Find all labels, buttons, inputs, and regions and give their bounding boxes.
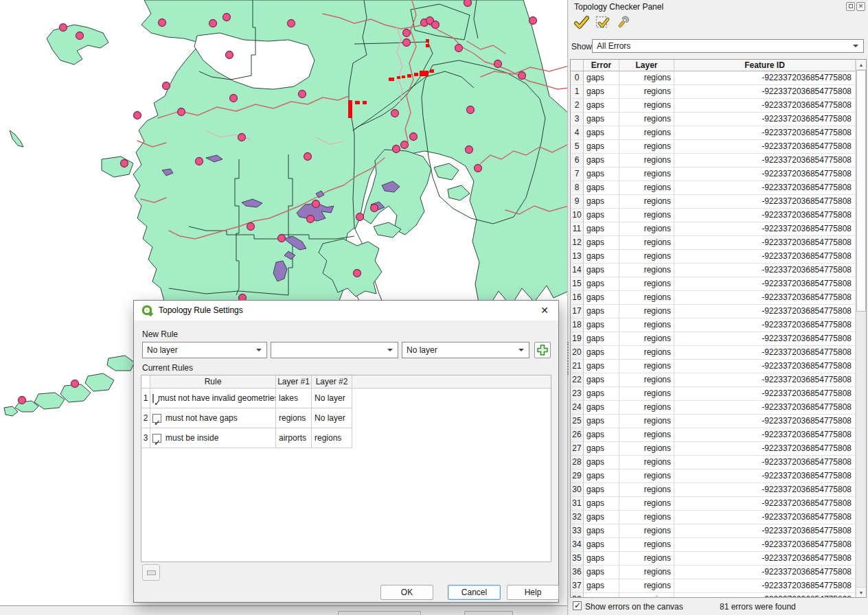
table-row[interactable]: 20 gaps regions -9223372036854775808 — [571, 346, 866, 360]
table-row[interactable]: 2 gaps regions -9223372036854775808 — [571, 99, 866, 113]
row-index[interactable]: 9 — [571, 195, 584, 209]
scroll-down-icon[interactable]: ▼ — [856, 587, 866, 597]
configure-icon[interactable] — [614, 14, 632, 32]
table-row[interactable]: 27 gaps regions -9223372036854775808 — [571, 442, 866, 456]
table-row[interactable]: 5 gaps regions -9223372036854775808 — [571, 140, 866, 154]
table-row[interactable]: 18 gaps regions -9223372036854775808 — [571, 318, 866, 332]
table-row[interactable]: 6 gaps regions -9223372036854775808 — [571, 154, 866, 167]
validate-extent-icon[interactable] — [593, 14, 611, 32]
row-index[interactable]: 16 — [571, 291, 584, 305]
rule-row[interactable]: 1 ✓ must not have invalid geometries lak… — [141, 388, 551, 408]
row-index[interactable]: 10 — [571, 209, 584, 222]
table-row[interactable]: 4 gaps regions -9223372036854775808 — [571, 126, 866, 140]
rule-enabled-checkbox[interactable]: ✓ — [152, 434, 161, 443]
row-index[interactable]: 37 — [571, 579, 584, 593]
dialog-close-icon[interactable]: ✕ — [540, 305, 549, 316]
rule-type-select[interactable] — [271, 342, 398, 358]
table-row[interactable]: 38 gaps regions -9223372036854775808 — [571, 593, 866, 598]
table-row[interactable]: 12 gaps regions -9223372036854775808 — [571, 236, 866, 250]
table-row[interactable]: 19 gaps regions -9223372036854775808 — [571, 332, 866, 346]
header-error[interactable]: Error — [584, 60, 619, 71]
row-index[interactable]: 23 — [571, 387, 584, 401]
add-rule-button[interactable] — [534, 342, 551, 358]
table-row[interactable]: 3 gaps regions -9223372036854775808 — [571, 113, 866, 126]
row-index[interactable]: 17 — [571, 305, 584, 318]
rule-row[interactable]: 2 ✓ must not have gaps regions No layer — [141, 408, 551, 428]
table-row[interactable]: 34 gaps regions -9223372036854775808 — [571, 538, 866, 552]
scroll-up-icon[interactable]: ▲ — [856, 60, 866, 70]
errors-table-scrollbar[interactable]: ▲ ▼ — [856, 60, 866, 597]
table-row[interactable]: 30 gaps regions -9223372036854775808 — [571, 483, 866, 497]
row-index[interactable]: 18 — [571, 318, 584, 332]
ok-button[interactable]: OK — [380, 585, 433, 600]
cancel-button[interactable]: Cancel — [448, 585, 501, 600]
row-index[interactable]: 34 — [571, 538, 584, 552]
row-index[interactable]: 38 — [571, 593, 584, 598]
table-row[interactable]: 16 gaps regions -9223372036854775808 — [571, 291, 866, 305]
table-row[interactable]: 29 gaps regions -9223372036854775808 — [571, 469, 866, 483]
row-index[interactable]: 5 — [571, 140, 584, 154]
header-layer2[interactable]: Layer #2 — [312, 375, 352, 388]
table-row[interactable]: 22 gaps regions -9223372036854775808 — [571, 373, 866, 387]
row-index[interactable]: 25 — [571, 415, 584, 428]
table-row[interactable]: 28 gaps regions -9223372036854775808 — [571, 456, 866, 469]
row-index[interactable]: 22 — [571, 373, 584, 387]
row-index[interactable]: 3 — [571, 113, 584, 126]
row-index[interactable]: 24 — [571, 401, 584, 415]
table-row[interactable]: 10 gaps regions -9223372036854775808 — [571, 209, 866, 222]
row-index[interactable]: 28 — [571, 456, 584, 469]
header-layer[interactable]: Layer — [619, 60, 674, 71]
row-index[interactable]: 19 — [571, 332, 584, 346]
table-row[interactable]: 23 gaps regions -9223372036854775808 — [571, 387, 866, 401]
table-row[interactable]: 35 gaps regions -9223372036854775808 — [571, 552, 866, 566]
table-row[interactable]: 36 gaps regions -9223372036854775808 — [571, 566, 866, 579]
dialog-titlebar[interactable]: Topology Rule Settings ✕ — [134, 301, 558, 321]
show-errors-checkbox[interactable]: ✓ — [573, 601, 582, 610]
row-index[interactable]: 21 — [571, 360, 584, 373]
table-row[interactable]: 31 gaps regions -9223372036854775808 — [571, 497, 866, 511]
row-index[interactable]: 15 — [571, 277, 584, 291]
table-row[interactable]: 17 gaps regions -9223372036854775808 — [571, 305, 866, 318]
table-row[interactable]: 15 gaps regions -9223372036854775808 — [571, 277, 866, 291]
row-index[interactable]: 20 — [571, 346, 584, 360]
table-row[interactable]: 26 gaps regions -9223372036854775808 — [571, 428, 866, 442]
table-row[interactable]: 37 gaps regions -9223372036854775808 — [571, 579, 866, 593]
table-row[interactable]: 9 gaps regions -9223372036854775808 — [571, 195, 866, 209]
row-index[interactable]: 33 — [571, 524, 584, 538]
rule-row[interactable]: 3 ✓ must be inside airports regions — [141, 428, 551, 448]
table-row[interactable]: 33 gaps regions -9223372036854775808 — [571, 524, 866, 538]
row-index[interactable]: 12 — [571, 236, 584, 250]
row-index[interactable]: 6 — [571, 154, 584, 167]
row-index[interactable]: 26 — [571, 428, 584, 442]
help-button[interactable]: Help — [507, 585, 559, 600]
table-row[interactable]: 8 gaps regions -9223372036854775808 — [571, 181, 866, 195]
row-index[interactable]: 32 — [571, 511, 584, 524]
row-index[interactable]: 35 — [571, 552, 584, 566]
row-index[interactable]: 31 — [571, 497, 584, 511]
row-index[interactable]: 36 — [571, 566, 584, 579]
validate-all-icon[interactable] — [573, 14, 591, 32]
row-index[interactable]: 7 — [571, 167, 584, 181]
row-index[interactable]: 27 — [571, 442, 584, 456]
delete-rule-button[interactable] — [142, 564, 160, 581]
row-index[interactable]: 13 — [571, 250, 584, 264]
table-row[interactable]: 32 gaps regions -9223372036854775808 — [571, 511, 866, 524]
row-index[interactable]: 30 — [571, 483, 584, 497]
table-row[interactable]: 0 gaps regions -9223372036854775808 — [571, 71, 866, 85]
row-index[interactable]: 1 — [571, 85, 584, 99]
row-index[interactable]: 11 — [571, 222, 584, 236]
show-filter-select[interactable]: All Errors — [592, 39, 864, 53]
rule-layer2-select[interactable]: No layer — [402, 342, 529, 358]
table-row[interactable]: 7 gaps regions -9223372036854775808 — [571, 167, 866, 181]
table-row[interactable]: 24 gaps regions -9223372036854775808 — [571, 401, 866, 415]
close-panel-icon[interactable]: ✕ — [856, 2, 865, 11]
table-row[interactable]: 21 gaps regions -9223372036854775808 — [571, 360, 866, 373]
row-index[interactable]: 8 — [571, 181, 584, 195]
table-row[interactable]: 13 gaps regions -9223372036854775808 — [571, 250, 866, 264]
header-layer1[interactable]: Layer #1 — [276, 375, 312, 388]
table-row[interactable]: 1 gaps regions -9223372036854775808 — [571, 85, 866, 99]
row-index[interactable]: 2 — [571, 99, 584, 113]
rule-layer1-select[interactable]: No layer — [142, 342, 267, 358]
row-index[interactable]: 4 — [571, 126, 584, 140]
row-index[interactable]: 29 — [571, 469, 584, 483]
